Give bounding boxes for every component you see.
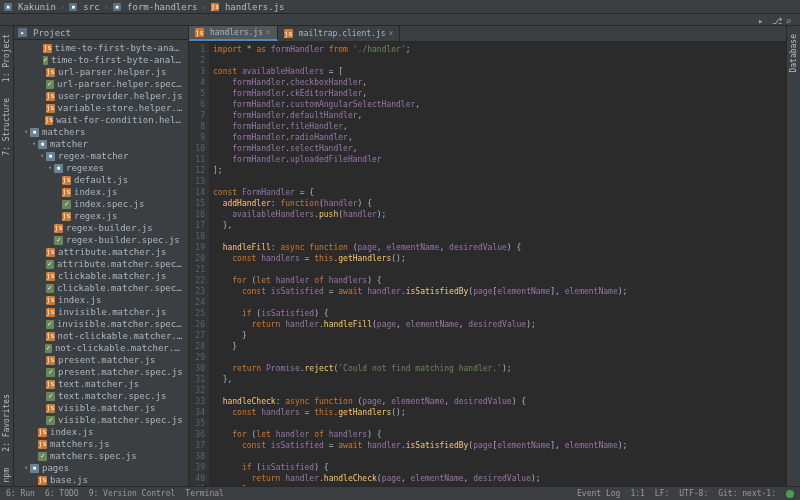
tree-item[interactable]: ✓regex-builder.spec.js [14, 234, 188, 246]
breadcrumb-segment[interactable]: ▪Kakunin [4, 2, 56, 12]
tree-item[interactable]: ▾▪regexes [14, 162, 188, 174]
tree-item[interactable]: ✓attribute.matcher.spec.js [14, 258, 188, 270]
vcs-icon[interactable]: ⎇ [772, 16, 780, 24]
js-icon: js [62, 212, 71, 221]
tree-item[interactable]: ▾▪matchers [14, 126, 188, 138]
js-icon: js [46, 68, 55, 77]
chevron-icon: ▾ [46, 164, 54, 172]
tree-item[interactable]: jstime-to-first-byte-analyser.helper.js [14, 42, 188, 54]
tree-item[interactable]: ✓time-to-first-byte-analyser.helper.spec… [14, 54, 188, 66]
tree-item-label: index.spec.js [74, 199, 144, 209]
tree-item[interactable]: jsdefault.js [14, 174, 188, 186]
status-eventlog[interactable]: Event Log [577, 489, 620, 498]
tree-item[interactable]: ✓index.spec.js [14, 198, 188, 210]
tree-item[interactable]: ✓matchers.spec.js [14, 450, 188, 462]
tree-item[interactable]: jsindex.js [14, 186, 188, 198]
tree-item[interactable]: jstext.matcher.js [14, 378, 188, 390]
tree-item[interactable]: jsinvisible.matcher.js [14, 306, 188, 318]
tree-item[interactable]: jsurl-parser.helper.js [14, 66, 188, 78]
tree-item[interactable]: jsregex-builder.js [14, 222, 188, 234]
tree-item[interactable]: ▾▪matcher [14, 138, 188, 150]
tree-item[interactable]: ▾▪regex-matcher [14, 150, 188, 162]
breadcrumb-segment[interactable]: jshandlers.js [211, 2, 285, 12]
line-sep[interactable]: LF: [655, 489, 669, 498]
tree-item[interactable]: jsindex.js [14, 426, 188, 438]
code-editor[interactable]: import * as formHandler from './handler'… [209, 42, 786, 486]
js-icon: js [46, 104, 55, 113]
tree-item[interactable]: ✓invisible.matcher.spec.js [14, 318, 188, 330]
tree-item[interactable]: jsclickable.matcher.js [14, 270, 188, 282]
status-todo[interactable]: 6: TODO [45, 489, 79, 498]
tree-item[interactable]: jsvariable-store.helper.js [14, 102, 188, 114]
left-tool-gutter: 1: Project 7: Structure 2: Favorites npm [0, 26, 14, 486]
tree-item[interactable]: ✓visible.matcher.spec.js [14, 414, 188, 426]
spec-icon: ✓ [43, 56, 48, 65]
editor-tab[interactable]: jshandlers.js× [189, 26, 278, 41]
status-run[interactable]: 6: Run [6, 489, 35, 498]
editor-tabs: jshandlers.js×jsmailtrap.client.js× [189, 26, 786, 42]
folder-icon: ▪ [4, 3, 12, 11]
tree-item-label: clickable.matcher.js [58, 271, 166, 281]
chevron-icon: ▾ [22, 464, 30, 472]
status-vcs[interactable]: 9: Version Control [89, 489, 176, 498]
tree-item[interactable]: jsregex.js [14, 210, 188, 222]
editor-tab[interactable]: jsmailtrap.client.js× [278, 26, 401, 41]
tool-tab-npm[interactable]: npm [1, 464, 12, 486]
tree-item[interactable]: jsindex.js [14, 294, 188, 306]
breadcrumb-bar: ▪Kakunin›▪src›▪form-handlers›jshandlers.… [0, 0, 800, 14]
spec-icon: ✓ [45, 344, 52, 353]
right-tool-gutter: Database [786, 26, 800, 486]
git-branch[interactable]: Git: next-1: [718, 489, 776, 498]
js-icon: js [46, 380, 55, 389]
tree-item-label: matchers.spec.js [50, 451, 137, 461]
tree-item-label: pages [42, 463, 69, 473]
encoding[interactable]: UTF-8: [679, 489, 708, 498]
breadcrumb-segment[interactable]: ▪src [69, 2, 99, 12]
js-file-icon: js [284, 29, 293, 38]
tree-item[interactable]: jsnot-clickable.matcher.js [14, 330, 188, 342]
js-file-icon: js [195, 28, 204, 37]
folder-icon: ▪ [113, 3, 121, 11]
js-file-icon: js [211, 3, 219, 11]
line-gutter: 1234567891011121314151617181920212223242… [189, 42, 209, 486]
close-icon[interactable]: × [389, 29, 394, 38]
tree-item[interactable]: jsbase.js [14, 474, 188, 486]
project-panel: ▸ Project jstime-to-first-byte-analyser.… [14, 26, 189, 486]
tool-tab-database[interactable]: Database [788, 30, 799, 77]
tool-tab-structure[interactable]: 7: Structure [1, 94, 12, 160]
chevron-icon: ▾ [30, 140, 38, 148]
tree-item-label: index.js [58, 295, 101, 305]
tree-item[interactable]: ✓text.matcher.spec.js [14, 390, 188, 402]
js-icon: js [46, 332, 55, 341]
tree-item-label: text.matcher.js [58, 379, 139, 389]
tree-item[interactable]: jswait-for-condition.helper.js [14, 114, 188, 126]
tool-tab-favorites[interactable]: 2: Favorites [1, 390, 12, 456]
tree-item[interactable]: ✓clickable.matcher.spec.js [14, 282, 188, 294]
tree-item[interactable]: jsmatchers.js [14, 438, 188, 450]
tree-item[interactable]: ✓url-parser.helper.spec.js [14, 78, 188, 90]
tree-item[interactable]: jsuser-provider.helper.js [14, 90, 188, 102]
tree-item-label: base.js [50, 475, 88, 485]
js-icon: js [46, 308, 55, 317]
js-icon: js [46, 272, 55, 281]
tree-item[interactable]: jsvisible.matcher.js [14, 402, 188, 414]
spec-icon: ✓ [46, 416, 55, 425]
tab-label: handlers.js [210, 28, 263, 37]
tool-tab-project[interactable]: 1: Project [1, 30, 12, 86]
breadcrumb-segment[interactable]: ▪form-handlers [113, 2, 197, 12]
tree-item[interactable]: jspresent.matcher.js [14, 354, 188, 366]
status-terminal[interactable]: Terminal [185, 489, 224, 498]
tree-item[interactable]: ✓present.matcher.spec.js [14, 366, 188, 378]
tree-item[interactable]: jsattribute.matcher.js [14, 246, 188, 258]
folder-o-icon: ▪ [30, 464, 39, 473]
tree-item-label: url-parser.helper.js [58, 67, 166, 77]
close-icon[interactable]: × [266, 28, 271, 37]
folder-o-icon: ▪ [46, 152, 55, 161]
build-icon[interactable]: ▸ [758, 16, 766, 24]
tree-item-label: visible.matcher.spec.js [58, 415, 183, 425]
tree-item[interactable]: ✓not-clickable.matcher.spec.js [14, 342, 188, 354]
tree-item-label: regex.js [74, 211, 117, 221]
spec-icon: ✓ [54, 236, 63, 245]
tree-item[interactable]: ▾▪pages [14, 462, 188, 474]
search-icon[interactable]: ⌕ [786, 16, 794, 24]
